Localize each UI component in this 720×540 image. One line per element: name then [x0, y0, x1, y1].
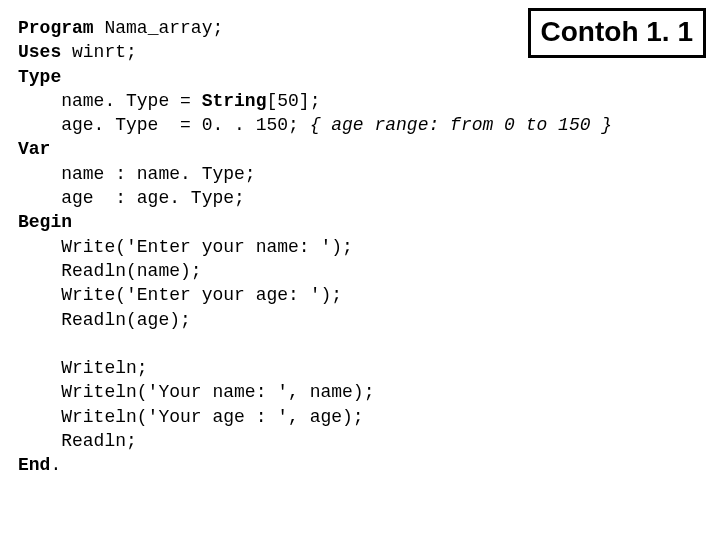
kw-type: Type — [18, 67, 61, 87]
example-label-text: Contoh 1. 1 — [541, 16, 693, 47]
example-label-box: Contoh 1. 1 — [528, 8, 706, 58]
code-text: winrt; — [61, 42, 137, 62]
code-text: age : age. Type; — [18, 188, 245, 208]
code-text: age. Type = 0. . 150; — [18, 115, 310, 135]
code-text: Writeln; — [18, 358, 148, 378]
code-text: name. Type = — [18, 91, 202, 111]
kw-program: Program — [18, 18, 94, 38]
code-text: Write('Enter your name: '); — [18, 237, 353, 257]
comment: { age range: from 0 to 150 } — [310, 115, 612, 135]
code-text: . — [50, 455, 61, 475]
kw-var: Var — [18, 139, 50, 159]
blank-line — [18, 334, 29, 354]
code-text: Readln(age); — [18, 310, 191, 330]
kw-string: String — [202, 91, 267, 111]
code-text: Readln; — [18, 431, 137, 451]
code-text: Writeln('Your age : ', age); — [18, 407, 364, 427]
kw-end: End — [18, 455, 50, 475]
kw-uses: Uses — [18, 42, 61, 62]
code-text: Readln(name); — [18, 261, 202, 281]
kw-begin: Begin — [18, 212, 72, 232]
code-text: Nama_array; — [94, 18, 224, 38]
code-text: name : name. Type; — [18, 164, 256, 184]
code-block: Program Nama_array; Uses winrt; Type nam… — [0, 0, 720, 478]
code-text: Write('Enter your age: '); — [18, 285, 342, 305]
code-text: Writeln('Your name: ', name); — [18, 382, 374, 402]
code-text: [50]; — [266, 91, 320, 111]
